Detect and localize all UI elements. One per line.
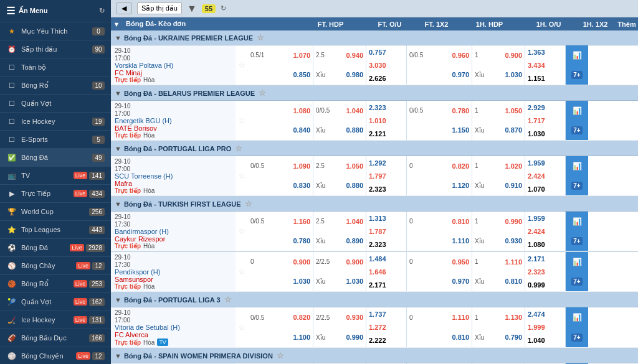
ft-ou-val1[interactable]: 1.050 <box>346 162 363 170</box>
team1-name[interactable]: Pendikspor (H) <box>115 268 232 276</box>
ft-1x2-val2[interactable]: 1.787 <box>369 228 386 235</box>
sidebar-item-10[interactable]: 🏆World Cup256 <box>0 203 111 221</box>
ft-hdp-val1[interactable]: 1.160 <box>293 218 310 225</box>
h1-hdp-val2[interactable]: 0.810 <box>452 334 469 341</box>
sidebar-item-17[interactable]: 🏈Bóng Bầu Dục166 <box>0 329 111 347</box>
ft-ou-val1[interactable]: 0.900 <box>346 258 363 266</box>
h1-hdp-val2[interactable]: 0.970 <box>452 71 469 78</box>
ft-1x2-val3[interactable]: 2.171 <box>369 281 386 289</box>
ft-1x2-val3[interactable]: 2.626 <box>369 75 386 82</box>
h1-ou-val2[interactable]: 0.810 <box>505 278 522 285</box>
h1-ou-val1[interactable]: 1.020 <box>505 162 522 170</box>
league-star-icon[interactable]: ☆ <box>245 199 252 208</box>
ft-hdp-val2[interactable]: 1.100 <box>293 334 310 341</box>
h1-hdp-val2[interactable]: 1.150 <box>452 126 469 134</box>
h1-1x2-val3[interactable]: 1.040 <box>528 337 545 344</box>
ft-hdp-val2[interactable]: 0.780 <box>293 237 310 245</box>
h1-ou-val2[interactable]: 0.790 <box>505 334 522 341</box>
ft-hdp-val1[interactable]: 1.090 <box>293 162 310 170</box>
sidebar-refresh-icon[interactable]: ↻ <box>99 7 105 15</box>
league-star-icon[interactable]: ☆ <box>259 88 266 98</box>
ft-ou-val2[interactable]: 0.880 <box>346 126 363 134</box>
ft-ou-val2[interactable]: 0.990 <box>346 334 363 341</box>
sidebar-item-3[interactable]: ☐Bóng Rổ10 <box>0 77 111 95</box>
ft-hdp-val2[interactable]: 0.830 <box>293 182 310 189</box>
sidebar-item-11[interactable]: ⭐Top Leagues443 <box>0 221 111 239</box>
ft-1x2-val3[interactable]: 2.121 <box>369 130 386 138</box>
league-star-icon[interactable]: ☆ <box>224 295 232 304</box>
sidebar-item-9[interactable]: ▶Trực TiếpLive434 <box>0 185 111 203</box>
chart-icon[interactable]: 📊 <box>573 258 582 266</box>
match-star-icon[interactable]: ☆ <box>238 226 245 236</box>
ft-1x2-val1[interactable]: 2.323 <box>369 104 386 111</box>
h1-1x2-val2[interactable]: 1.999 <box>528 324 545 331</box>
ft-1x2-val2[interactable]: 3.030 <box>369 62 386 69</box>
them-plus-badge[interactable]: 7+ <box>571 237 582 245</box>
h1-ou-val2[interactable]: 1.030 <box>505 71 522 78</box>
chart-icon[interactable]: 📊 <box>573 313 582 322</box>
ft-1x2-val2[interactable]: 1.646 <box>369 268 386 276</box>
h1-1x2-val1[interactable]: 2.929 <box>528 104 545 111</box>
sidebar-item-7[interactable]: ✅Bóng Đá49 <box>0 149 111 167</box>
league-star-icon[interactable]: ☆ <box>235 144 242 153</box>
team2-name[interactable]: Samsunspor <box>115 276 232 283</box>
them-plus-badge[interactable]: 7+ <box>571 71 582 79</box>
sidebar-item-8[interactable]: 📺TVLive141 <box>0 167 111 185</box>
refresh-icon[interactable]: ↻ <box>221 4 226 12</box>
h1-ou-val1[interactable]: 1.050 <box>505 107 522 114</box>
ft-ou-val1[interactable]: 1.040 <box>346 107 363 114</box>
h1-1x2-val1[interactable]: 1.959 <box>528 159 545 167</box>
sidebar-item-1[interactable]: ⏰Sắp thi đấu90 <box>0 40 111 58</box>
chart-icon[interactable]: 📊 <box>573 106 582 115</box>
h1-1x2-val1[interactable]: 1.363 <box>528 49 545 56</box>
h1-hdp-val2[interactable]: 1.110 <box>452 237 469 245</box>
h1-ou-val2[interactable]: 0.930 <box>505 237 522 245</box>
ft-ou-val1[interactable]: 1.040 <box>346 218 363 225</box>
h1-hdp-val1[interactable]: 0.820 <box>452 162 469 170</box>
ft-hdp-val2[interactable]: 0.840 <box>293 126 310 134</box>
h1-ou-val1[interactable]: 1.130 <box>505 314 522 321</box>
ft-1x2-val3[interactable]: 2.323 <box>369 241 386 248</box>
h1-1x2-val1[interactable]: 2.474 <box>528 310 545 318</box>
ft-ou-val2[interactable]: 0.890 <box>346 237 363 245</box>
sort-dropdown[interactable]: Sắp thị đầu <box>137 2 182 14</box>
h1-hdp-val1[interactable]: 0.810 <box>452 218 469 225</box>
h1-ou-val2[interactable]: 0.910 <box>505 182 522 189</box>
team1-name[interactable]: Energetik BGU (H) <box>115 117 232 124</box>
sidebar-item-14[interactable]: 🏀Bóng RổLive253 <box>0 275 111 293</box>
team2-name[interactable]: BATE Borisov <box>115 124 232 132</box>
sidebar-item-16[interactable]: 🏒Ice HockeyLive131 <box>0 311 111 329</box>
h1-1x2-val3[interactable]: 1.151 <box>528 75 545 82</box>
sidebar-item-5[interactable]: ☐Ice Hockey19 <box>0 113 111 131</box>
h1-hdp-val2[interactable]: 0.970 <box>452 278 469 285</box>
team2-name[interactable]: FC Alverca <box>115 331 232 338</box>
ft-1x2-val2[interactable]: 1.272 <box>369 324 386 331</box>
chart-icon[interactable]: 📊 <box>573 162 582 170</box>
h1-1x2-val2[interactable]: 3.434 <box>528 62 545 69</box>
sidebar-item-0[interactable]: ★Mục Yêu Thích0 <box>0 22 111 40</box>
h1-hdp-val2[interactable]: 1.120 <box>452 182 469 189</box>
sidebar-item-15[interactable]: 🎾Quần VợtLive162 <box>0 293 111 311</box>
ft-ou-val2[interactable]: 1.030 <box>346 278 363 285</box>
chart-icon[interactable]: 📊 <box>573 217 582 226</box>
match-star-icon[interactable]: ☆ <box>238 60 245 70</box>
ft-1x2-val1[interactable]: 1.737 <box>369 310 386 318</box>
h1-1x2-val2[interactable]: 2.323 <box>528 268 545 276</box>
h1-ou-val1[interactable]: 0.900 <box>505 52 522 59</box>
ft-ou-val1[interactable]: 0.930 <box>346 314 363 321</box>
ft-ou-val1[interactable]: 0.940 <box>346 52 363 59</box>
h1-1x2-val3[interactable]: 1.030 <box>528 130 545 138</box>
league-header-5[interactable]: ▼ Bóng Đá - SPAIN WOMEN PRIMERA DIVISION… <box>111 348 638 363</box>
team1-name[interactable]: Vorskla Poltava (H) <box>115 62 232 69</box>
team1-name[interactable]: Bandirmaspor (H) <box>115 228 232 235</box>
sidebar-item-6[interactable]: ☐E-Sports5 <box>0 131 111 149</box>
ft-1x2-val1[interactable]: 0.757 <box>369 49 386 56</box>
ft-ou-val2[interactable]: 0.880 <box>346 182 363 189</box>
ft-hdp-val2[interactable]: 1.030 <box>293 278 310 285</box>
ft-1x2-val2[interactable]: 1.010 <box>369 117 386 124</box>
h1-hdp-val1[interactable]: 1.110 <box>452 314 469 321</box>
them-plus-badge[interactable]: 7+ <box>571 126 582 134</box>
team2-name[interactable]: FC Minaj <box>115 69 232 77</box>
h1-1x2-val1[interactable]: 2.171 <box>528 255 545 263</box>
ft-1x2-val1[interactable]: 1.313 <box>369 215 386 222</box>
